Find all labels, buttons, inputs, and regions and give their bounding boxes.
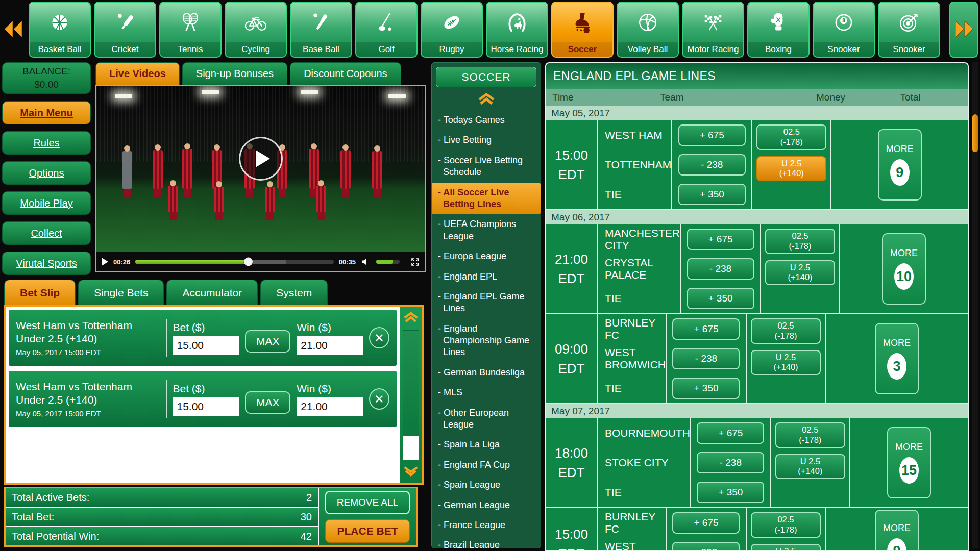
remove-bet-button[interactable]	[369, 327, 389, 348]
money-odds-button[interactable]: + 350	[672, 378, 740, 399]
more-button[interactable]: MORE 3	[875, 323, 919, 394]
betslip-tab[interactable]: Accumulator	[166, 280, 258, 305]
max-button[interactable]: MAX	[245, 391, 290, 414]
betslip-tab[interactable]: Bet Slip	[4, 280, 76, 305]
scrollbar-track[interactable]	[403, 330, 419, 460]
total-odds-button[interactable]: 02.5 (-178)	[765, 229, 835, 254]
media-tab[interactable]: Sign-up Bonuses	[182, 62, 287, 85]
remove-bet-button[interactable]	[369, 388, 389, 410]
league-menu-item[interactable]: - Spain La Liga	[432, 435, 541, 455]
betslip-tab[interactable]: Single Bets	[78, 280, 164, 305]
total-odds-button[interactable]: U 2.5 (+140)	[765, 260, 835, 286]
total-odds-button[interactable]: U 2.5 (+140)	[756, 156, 826, 182]
sidebar-menu-button[interactable]: Main Menu	[2, 101, 91, 124]
money-odds-button[interactable]: + 350	[697, 482, 764, 503]
total-odds-button[interactable]: U 2.5 (+140)	[751, 350, 821, 375]
league-menu-item[interactable]: - German League	[432, 495, 541, 515]
remove-all-button[interactable]: REMOVE ALL	[325, 491, 410, 514]
league-menu-item[interactable]: - England FA Cup	[432, 455, 541, 475]
nav-scroll-right-button[interactable]	[949, 2, 978, 58]
league-menu-item[interactable]: - All Soccer Live Betting Lines	[432, 183, 541, 215]
page-scrollbar[interactable]	[972, 62, 978, 548]
sport-tab[interactable]: Tennis	[159, 2, 222, 58]
league-menu-item[interactable]: - Europa League	[432, 246, 541, 266]
sport-tab[interactable]: Base Ball	[290, 2, 352, 58]
sport-tab[interactable]: Basket Ball	[29, 2, 91, 58]
league-menu-item[interactable]: - Soccer Live Betting Schedule	[432, 151, 541, 183]
scrollbar-thumb[interactable]	[403, 330, 419, 436]
total-odds-button[interactable]: 02.5 (-178)	[756, 124, 826, 150]
sidebar-menu-button[interactable]: Options	[2, 161, 91, 185]
league-menu-item[interactable]: - Spain League	[432, 475, 541, 495]
sidebar-menu-button[interactable]: Collect	[2, 221, 91, 245]
sport-tab[interactable]: Horse Racing	[486, 2, 548, 58]
more-button[interactable]: MORE 9	[875, 510, 919, 551]
menu-scroll-up-button[interactable]	[432, 89, 541, 110]
sport-tab[interactable]: Soccer	[551, 2, 614, 58]
more-button[interactable]: MORE 10	[882, 233, 926, 305]
win-amount-input[interactable]	[297, 336, 363, 355]
volume-icon[interactable]	[361, 257, 371, 267]
betslip-tab[interactable]: System	[260, 280, 328, 305]
sport-tab[interactable]: Cricket	[94, 2, 156, 58]
sport-tab[interactable]: Volley Ball	[617, 2, 679, 58]
league-menu-item[interactable]: - England Championship Game Lines	[432, 319, 541, 363]
win-amount-input[interactable]	[297, 397, 363, 416]
league-menu-item[interactable]: - UEFA Champions League	[432, 214, 541, 246]
sidebar-menu-button[interactable]: Mobile Play	[2, 191, 91, 215]
fullscreen-icon[interactable]	[410, 257, 420, 267]
total-odds-button[interactable]: U 2.5 (+140)	[751, 544, 821, 551]
seek-handle[interactable]	[244, 258, 253, 266]
sport-tab[interactable]: Cycling	[225, 2, 287, 58]
total-odds-button[interactable]: 02.5 (-178)	[751, 512, 821, 538]
sidebar-menu-button[interactable]: Virutal Sports	[2, 252, 91, 275]
media-tab[interactable]: Live Videos	[95, 62, 180, 85]
money-odds-button[interactable]: + 350	[687, 288, 754, 309]
money-odds-button[interactable]: + 675	[678, 124, 746, 146]
league-menu-item[interactable]: - England EPL	[432, 267, 541, 287]
scroll-down-button[interactable]	[400, 461, 422, 483]
league-menu-item[interactable]: - German Bundesliga	[432, 363, 541, 383]
league-menu-item[interactable]: - Todays Games	[432, 110, 541, 130]
sport-tab[interactable]: Rugby	[421, 2, 483, 58]
money-odds-button[interactable]: - 238	[672, 542, 740, 551]
money-odds-button[interactable]: - 238	[678, 154, 746, 176]
sport-tab[interactable]: Golf	[355, 2, 418, 58]
sport-tab[interactable]: Snooker	[878, 2, 940, 58]
money-odds-button[interactable]: + 350	[678, 184, 746, 205]
scroll-up-button[interactable]	[400, 307, 422, 329]
league-menu-item[interactable]: - Brazil League	[432, 535, 541, 548]
volume-slider[interactable]	[376, 260, 400, 264]
video-scene[interactable]	[96, 86, 425, 252]
media-tab[interactable]: Discount Copouns	[290, 62, 401, 85]
league-menu-item[interactable]: - MLS	[432, 383, 541, 403]
max-button[interactable]: MAX	[245, 330, 290, 353]
league-menu-item[interactable]: - Live Betting	[432, 130, 541, 150]
league-menu-item[interactable]: - France League	[432, 515, 541, 535]
place-bet-button[interactable]: PLACE BET	[325, 519, 410, 543]
sport-tab[interactable]: 8 Snooker	[813, 2, 875, 58]
money-odds-button[interactable]: + 675	[672, 318, 740, 340]
league-menu-item[interactable]: - England EPL Game Lines	[432, 287, 541, 319]
page-scrollbar-thumb[interactable]	[972, 114, 978, 152]
league-menu-item[interactable]: - Other European League	[432, 403, 541, 435]
sidebar-menu-button[interactable]: Rules	[2, 131, 91, 155]
nav-scroll-left-button[interactable]	[2, 2, 26, 58]
sport-tab[interactable]: Motor Racing	[682, 2, 744, 58]
bet-amount-input[interactable]	[173, 336, 239, 355]
more-button[interactable]: MORE 15	[887, 427, 931, 498]
money-odds-button[interactable]: - 238	[687, 258, 754, 280]
more-button[interactable]: MORE 9	[878, 129, 922, 201]
money-odds-button[interactable]: + 675	[697, 422, 764, 444]
total-odds-button[interactable]: 02.5 (-178)	[751, 318, 821, 344]
bet-amount-input[interactable]	[173, 397, 239, 416]
money-odds-button[interactable]: - 238	[672, 348, 740, 369]
total-odds-button[interactable]: U 2.5 (+140)	[775, 454, 845, 480]
seek-bar[interactable]	[135, 260, 334, 264]
money-odds-button[interactable]: - 238	[697, 452, 764, 473]
money-odds-button[interactable]: + 675	[672, 512, 740, 534]
play-button[interactable]	[239, 137, 283, 181]
total-odds-button[interactable]: 02.5 (-178)	[775, 422, 845, 448]
play-pause-button[interactable]	[102, 258, 108, 266]
money-odds-button[interactable]: + 675	[687, 229, 754, 250]
